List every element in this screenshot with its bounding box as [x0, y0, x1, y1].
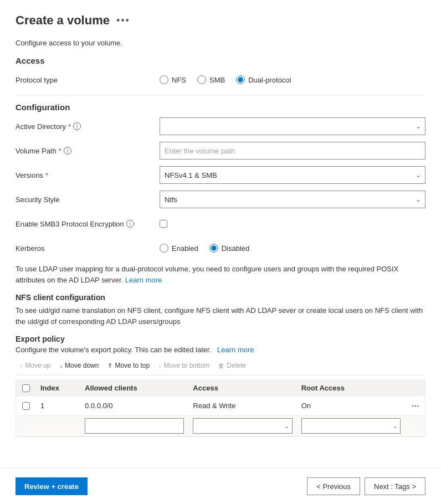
export-policy-description: Configure the volume's export policy. Th… — [16, 346, 425, 354]
access-column-header: Access — [188, 380, 296, 395]
smb3-encryption-info-icon[interactable]: i — [126, 220, 134, 228]
table-input-row: Read & Write Read only ⌄ On Off — [16, 416, 425, 436]
root-access-column-header: Root Access — [297, 380, 405, 395]
security-style-row: Security Style Ntfs Unix Mixed ⌄ — [16, 191, 425, 208]
kerberos-row: Kerberos Enabled Disabled — [16, 239, 425, 257]
active-directory-label: Active Directory * i — [16, 122, 160, 131]
smb-label: SMB — [209, 76, 225, 84]
row-1-checkbox-cell — [16, 399, 36, 413]
export-policy-learn-more-link[interactable]: Learn more — [217, 346, 254, 354]
protocol-radio-group: NFS SMB Dual-protocol — [160, 75, 425, 84]
versions-row: Versions * NFSv4.1 & SMB NFSv3 & SMB ⌄ — [16, 166, 425, 184]
ldap-learn-more-link[interactable]: Learn more — [125, 276, 162, 284]
delete-icon: 🗑 — [218, 362, 224, 369]
nfs-client-config-section: NFS client configuration To see uid/gid … — [16, 293, 425, 327]
move-down-button[interactable]: ↓ Move down — [55, 359, 104, 372]
move-to-top-button[interactable]: ⇑ Move to top — [103, 359, 154, 372]
access-select[interactable]: Read & Write Read only — [193, 418, 292, 434]
active-directory-select[interactable] — [160, 117, 425, 135]
row-1-allowed-clients: 0.0.0.0/0 — [80, 398, 188, 413]
nfs-label: NFS — [172, 76, 186, 84]
more-options-icon[interactable]: ••• — [116, 15, 130, 27]
table-row: 1 0.0.0.0/0 Read & Write On ··· — [16, 396, 425, 416]
index-column-header: Index — [36, 380, 80, 395]
volume-path-info-icon[interactable]: i — [64, 147, 71, 155]
divider-access-config — [16, 95, 425, 96]
footer: Review + create < Previous Next : Tags > — [0, 468, 441, 504]
protocol-type-options: NFS SMB Dual-protocol — [160, 75, 425, 84]
next-tags-button[interactable]: Next : Tags > — [365, 477, 425, 495]
input-row-actions — [405, 423, 425, 429]
security-style-select[interactable]: Ntfs Unix Mixed — [160, 191, 425, 208]
ldap-info-block: To use LDAP user mapping for a dual-prot… — [16, 264, 425, 285]
volume-path-required: * — [59, 147, 61, 155]
kerberos-enabled-radio[interactable] — [160, 244, 168, 253]
input-row-checkbox-cell — [16, 423, 36, 429]
row-1-checkbox[interactable] — [22, 402, 30, 410]
smb-radio-option[interactable]: SMB — [197, 75, 225, 84]
page-title: Create a volume — [16, 13, 110, 28]
configuration-section: Configuration Active Directory * i ⌄ — [16, 102, 425, 257]
row-1-more-actions[interactable]: ··· — [405, 398, 425, 413]
previous-button[interactable]: < Previous — [307, 477, 360, 495]
root-access-select-wrapper: On Off ⌄ — [301, 418, 401, 434]
kerberos-disabled-option[interactable]: Disabled — [209, 244, 250, 253]
versions-select[interactable]: NFSv4.1 & SMB NFSv3 & SMB — [160, 166, 425, 184]
versions-label: Versions * — [16, 171, 160, 179]
kerberos-disabled-label: Disabled — [222, 244, 250, 253]
kerberos-radio-group: Enabled Disabled — [160, 244, 425, 253]
security-style-label: Security Style — [16, 196, 160, 204]
kerberos-disabled-radio[interactable] — [209, 244, 218, 253]
smb3-encryption-row: Enable SMB3 Protocol Encryption i — [16, 215, 425, 233]
row-1-more-icon[interactable]: ··· — [409, 399, 422, 412]
input-row-access-cell: Read & Write Read only ⌄ — [188, 416, 296, 436]
page-header: Create a volume ••• — [16, 13, 425, 28]
nfs-radio[interactable] — [160, 75, 168, 84]
smb3-encryption-checkbox-wrapper — [160, 220, 425, 228]
active-directory-required: * — [68, 122, 71, 131]
input-row-index — [36, 423, 80, 429]
volume-path-label: Volume Path * i — [16, 147, 160, 155]
kerberos-control: Enabled Disabled — [160, 244, 425, 253]
dual-protocol-radio-option[interactable]: Dual-protocol — [236, 75, 291, 84]
volume-path-row: Volume Path * i — [16, 142, 425, 160]
row-1-root-access: On — [297, 398, 405, 413]
nfs-section-description: To see uid/gid name translation on NFS c… — [16, 305, 425, 327]
active-directory-row: Active Directory * i ⌄ — [16, 117, 425, 135]
active-directory-select-wrapper: ⌄ — [160, 117, 425, 135]
smb-radio[interactable] — [197, 75, 206, 84]
access-heading: Access — [16, 56, 425, 65]
security-style-control: Ntfs Unix Mixed ⌄ — [160, 191, 425, 208]
protocol-type-label: Protocol type — [16, 76, 160, 84]
smb3-encryption-label: Enable SMB3 Protocol Encryption i — [16, 220, 160, 228]
nfs-radio-option[interactable]: NFS — [160, 75, 186, 84]
delete-button[interactable]: 🗑 Delete — [214, 359, 250, 372]
root-access-select[interactable]: On Off — [301, 418, 401, 434]
input-row-root-access-cell: On Off ⌄ — [297, 416, 405, 436]
smb3-encryption-control — [160, 220, 425, 228]
protocol-type-row: Protocol type NFS SMB Dual-p — [16, 71, 425, 89]
row-1-access: Read & Write — [188, 398, 296, 413]
ldap-info-text: To use LDAP user mapping for a dual-prot… — [16, 264, 425, 285]
allowed-clients-input[interactable] — [85, 418, 184, 434]
actions-column-header — [405, 385, 425, 392]
active-directory-info-icon[interactable]: i — [73, 122, 81, 130]
access-section: Access Protocol type NFS SMB — [16, 56, 425, 89]
export-policy-section: Export policy Configure the volume's exp… — [16, 335, 425, 437]
dual-protocol-radio[interactable] — [236, 75, 245, 84]
export-policy-title: Export policy — [16, 335, 425, 343]
move-to-bottom-button[interactable]: ↓ Move to bottom — [154, 359, 214, 372]
review-create-button[interactable]: Review + create — [16, 477, 88, 495]
page-description: Configure access to your volume. — [16, 39, 425, 47]
kerberos-enabled-label: Enabled — [172, 244, 198, 253]
kerberos-enabled-option[interactable]: Enabled — [160, 244, 198, 253]
security-style-select-wrapper: Ntfs Unix Mixed ⌄ — [160, 191, 425, 208]
versions-select-wrapper: NFSv4.1 & SMB NFSv3 & SMB ⌄ — [160, 166, 425, 184]
select-all-checkbox[interactable] — [22, 384, 30, 392]
move-to-bottom-icon: ↓ — [158, 362, 162, 369]
table-header-row: Index Allowed clients Access Root Access — [16, 380, 425, 396]
move-up-button[interactable]: ↑ Move up — [16, 359, 55, 372]
smb3-encryption-checkbox[interactable] — [160, 220, 167, 228]
volume-path-input[interactable] — [160, 142, 425, 160]
versions-required: * — [45, 171, 48, 179]
